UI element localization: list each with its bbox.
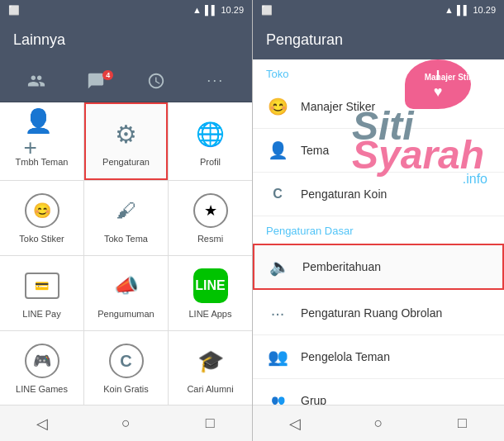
pengaturan-koin-icon: C [266,183,289,206]
line-pay-label: LINE Pay [22,309,60,319]
coin-c-icon: C [109,344,144,378]
more-icon: ··· [207,72,224,89]
item-pengaturan-ruang-obrolan[interactable]: ··· Pengaturan Ruang Obrolan [253,292,504,335]
wifi-icon: ▲ [193,5,202,15]
people-icon: 👥 [266,345,289,368]
pemberitahuan-label: Pemberitahuan [302,260,381,273]
resmi-label: Resmi [197,234,223,244]
right-signal-icon: ▌▌ [457,5,470,15]
megaphone-icon: 📣 [114,274,139,297]
star-circle-icon: ★ [193,193,228,228]
line-games-icon-container: 🎮 [24,343,60,379]
pengaturan-koin-label: Pengaturan Koin [301,187,387,201]
person-add-icon: 👤+ [24,107,60,161]
profil-label: Profil [200,157,221,167]
right-top-nav: Pengaturan [253,20,504,59]
right-bottom-nav: ◁ ○ □ [253,405,504,441]
friends-icon [27,72,45,90]
right-nav-title: Pengaturan [266,31,343,49]
item-tambah-teman[interactable]: 👤+ Tmbh Teman [0,102,83,180]
line-apps-label: LINE Apps [189,309,232,319]
item-pengumuman[interactable]: 📣 Pengumuman [84,256,168,330]
line-games-label: LINE Games [16,384,68,394]
toko-stiker-label: Toko Stiker [19,234,64,244]
item-pengaturan[interactable]: ⚙ Pengaturan [84,102,168,180]
item-toko-stiker[interactable]: 😊 Toko Stiker [0,181,83,255]
left-icon-tabs: 4 ··· [0,59,252,102]
right-back-button[interactable]: ◁ [278,407,311,440]
smiley-icon: 😊 [266,95,289,118]
globe-icon: 🌐 [196,121,225,148]
screenshot-icon: ⬜ [8,5,20,16]
tema-label: Tema [301,144,329,157]
grid-row-4: 🎮 LINE Games C Koin Gratis 🎓 Cari Alumni [0,331,252,405]
chat-badge: 4 [102,70,113,80]
toko-section-label: Toko [253,59,504,85]
right-wifi-icon: ▲ [445,5,454,15]
tema-person-icon: 👤 [266,139,289,162]
item-line-games[interactable]: 🎮 LINE Games [0,331,83,405]
item-pengaturan-koin[interactable]: C Pengaturan Koin [253,173,504,216]
item-line-apps[interactable]: LINE LINE Apps [169,256,252,330]
pengaturan-label: Pengaturan [102,157,150,167]
status-time: 10.29 [221,5,244,15]
item-pemberitahuan[interactable]: 🔈 Pemberitahuan [253,244,504,290]
tambah-teman-icon-container: 👤+ [24,116,60,152]
item-resmi[interactable]: ★ Resmi [169,181,252,255]
right-main-content: Toko 😊 Manajer Stiker 👤 Tema C Pengatura… [253,59,504,405]
item-toko-tema[interactable]: 🖌 Toko Tema [84,181,168,255]
resmi-icon-container: ★ [193,192,229,229]
toko-tema-icon-container: 🖌 [108,192,145,229]
home-button[interactable]: ○ [109,407,142,440]
right-square-button[interactable]: □ [445,407,478,440]
tab-more[interactable]: ··· [195,72,236,89]
left-main-content: 👤+ Tmbh Teman ⚙ Pengaturan 🌐 Profil [0,102,252,405]
cari-alumni-icon-container: 🎓 [193,343,229,379]
card-icon: 💳 [25,273,59,299]
toko-stiker-icon-container: 😊 [24,192,60,229]
grad-icon: 🎓 [197,349,224,374]
item-koin-gratis[interactable]: C Koin Gratis [84,331,168,405]
pengaturan-dasar-section-label: Pengaturan Dasar [253,216,504,242]
item-pengelola-teman[interactable]: 👥 Pengelola Teman [253,335,504,379]
chat-dots-icon: ··· [266,301,289,325]
pengaturan-ruang-obrolan-label: Pengaturan Ruang Obrolan [301,306,442,320]
item-profil[interactable]: 🌐 Profil [169,102,252,180]
right-status-bar: ⬜ ▲ ▌▌ 10.29 [253,0,504,20]
tab-friends[interactable] [16,72,57,90]
right-status-time: 10.29 [473,5,496,15]
square-button[interactable]: □ [193,407,226,440]
grid-row-3: 💳 LINE Pay 📣 Pengumuman LINE LINE Apps [0,256,252,331]
tab-chat[interactable]: 4 [75,72,116,90]
left-phone: ⬜ ▲ ▌▌ 10.29 Lainnya 4 ··· [0,0,252,441]
right-home-button[interactable]: ○ [362,407,395,440]
signal-icon: ▌▌ [205,5,218,15]
grup-label: Grup [301,394,326,405]
item-line-pay[interactable]: 💳 LINE Pay [0,256,83,330]
left-status-bar: ⬜ ▲ ▌▌ 10.29 [0,0,252,20]
clock-icon [147,72,165,90]
pengelola-teman-label: Pengelola Teman [301,350,390,363]
grid-row-1: 👤+ Tmbh Teman ⚙ Pengaturan 🌐 Profil [0,102,252,181]
toko-tema-label: Toko Tema [104,234,148,244]
left-bottom-nav: ◁ ○ □ [0,405,252,441]
right-phone: ⬜ ▲ ▌▌ 10.29 Pengaturan I ♥ Manajer Stik… [252,0,504,441]
right-status-icons: ⬜ [261,5,273,16]
right-screenshot-icon: ⬜ [261,5,273,16]
back-button[interactable]: ◁ [26,407,59,440]
right-status-info: ▲ ▌▌ 10.29 [193,5,244,15]
left-top-nav: Lainnya [0,20,252,59]
left-status-icons: ⬜ [8,5,20,16]
tab-clock[interactable] [136,72,177,90]
item-grup[interactable]: 👥 Grup [253,379,504,405]
item-cari-alumni[interactable]: 🎓 Cari Alumni [169,331,252,405]
manajer-stiker-label: Manajer Stiker [301,100,375,113]
pengumuman-icon-container: 📣 [108,268,145,304]
sticker-shop-icon: 😊 [25,193,59,228]
left-nav-title: Lainnya [13,31,65,49]
koin-gratis-label: Koin Gratis [103,384,148,394]
item-manajer-stiker[interactable]: 😊 Manajer Stiker [253,85,504,129]
item-tema[interactable]: 👤 Tema [253,129,504,173]
gear-icon: ⚙ [115,120,137,149]
speaker-icon: 🔈 [268,255,291,278]
